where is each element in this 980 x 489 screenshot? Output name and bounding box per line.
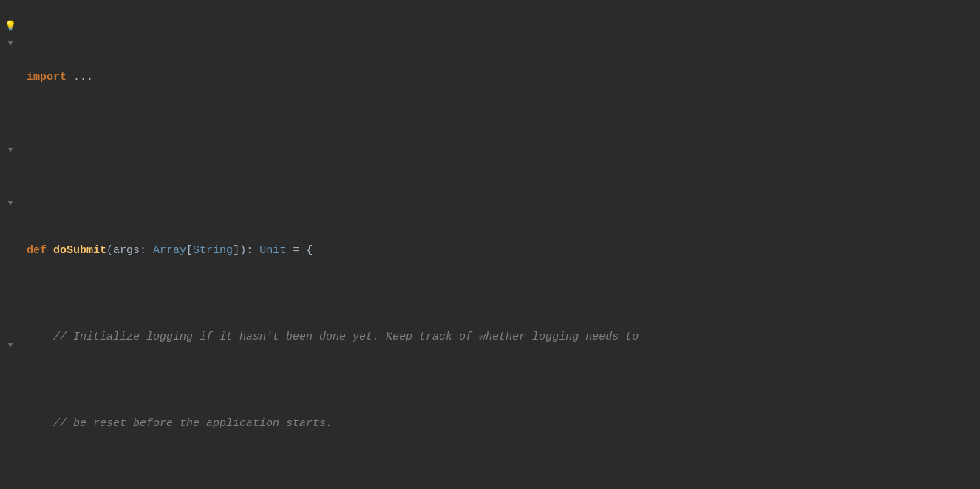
comment-text-2: // be reset before the application start… (53, 415, 333, 432)
gutter-line-17 (4, 284, 16, 302)
import-keyword: import (27, 69, 67, 86)
gutter-line-7 (4, 107, 16, 124)
comment-text-1: // Initialize logging if it hasn't been … (53, 328, 639, 345)
gutter-line-5 (4, 71, 16, 89)
code-editor: 💡 ▼ ▼ ▼ (0, 0, 980, 489)
line-import: import ... (27, 69, 980, 87)
fold-arrow-2[interactable]: ▼ (8, 144, 13, 157)
bracket-2: ] (233, 242, 239, 259)
gutter-line-6 (4, 89, 16, 107)
gutter-line-8 (4, 124, 16, 142)
indent-c2 (27, 415, 53, 432)
gutter-line-15 (4, 249, 16, 266)
paren-1: ( (106, 242, 113, 259)
method-doSubmit: doSubmit (53, 242, 106, 259)
fold-arrow-4[interactable]: ▼ (8, 340, 13, 352)
gutter-fold-if: ▼ (4, 142, 16, 160)
gutter-line-4 (4, 53, 16, 71)
gutter-line-11 (4, 178, 16, 195)
gutter-fold-match: ▼ (4, 195, 16, 213)
import-space (67, 69, 73, 86)
line-blank-bulb (27, 155, 980, 173)
line-comment-2: // be reset before the application start… (27, 415, 980, 433)
gutter-line-18 (4, 302, 16, 320)
gutter-line-21 (4, 355, 16, 373)
gutter: 💡 ▼ ▼ ▼ (0, 0, 21, 489)
gutter-fold-protected: ▼ (4, 337, 16, 355)
gutter-line-16 (4, 266, 16, 284)
colon-1: : (140, 242, 153, 259)
fold-arrow-1[interactable]: ▼ (8, 38, 13, 50)
gutter-fold-def: ▼ (4, 36, 16, 53)
import-ellipsis: ... (73, 69, 93, 86)
indent-c1 (27, 328, 53, 345)
param-args-1: args (113, 242, 140, 259)
gutter-bulb[interactable]: 💡 (4, 18, 16, 36)
line-comment-1: // Initialize logging if it hasn't been … (27, 328, 980, 346)
type-array-1: Array (153, 242, 186, 259)
type-string-1: String (193, 242, 233, 259)
gutter-fold-import (4, 0, 16, 18)
type-unit: Unit (259, 242, 286, 259)
bracket-1: [ (186, 242, 193, 259)
gutter-line-19 (4, 320, 16, 337)
kw-def-1: def (27, 242, 53, 259)
paren-close-1: ): (239, 242, 259, 259)
line-def-dosubmit: def doSubmit(args: Array[String]): Unit … (27, 242, 980, 260)
eq-brace-1: = { (286, 242, 313, 259)
gutter-line-14 (4, 231, 16, 249)
fold-arrow-3[interactable]: ▼ (8, 198, 13, 210)
bulb-icon: 💡 (4, 19, 16, 34)
gutter-line-22 (4, 373, 16, 391)
code-content: import ... def doSubmit(args: Array[Stri… (21, 0, 980, 489)
gutter-line-13 (4, 213, 16, 231)
gutter-line-10 (4, 160, 16, 178)
